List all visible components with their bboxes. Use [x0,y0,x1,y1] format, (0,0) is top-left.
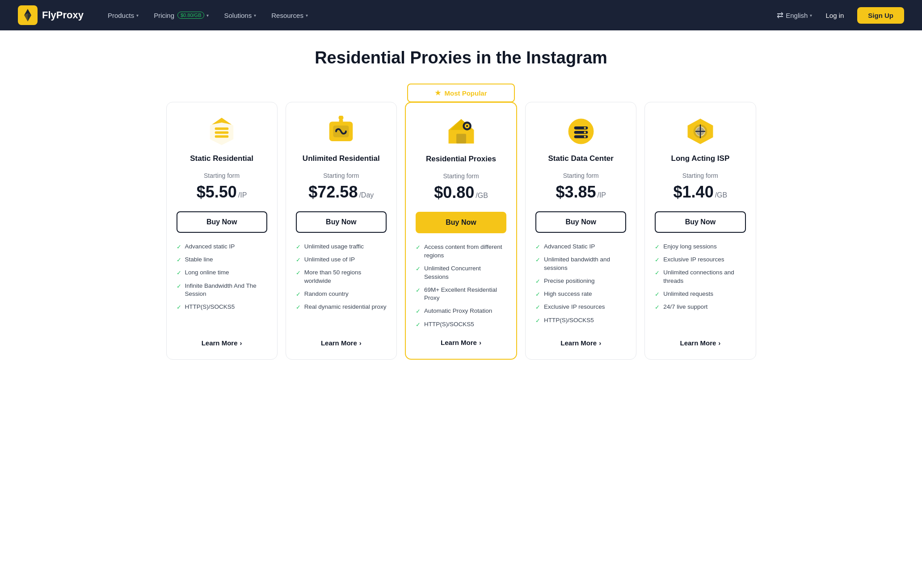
check-icon: ✓ [535,277,540,286]
chevron-right-icon: › [599,339,601,347]
price-row: $5.50 /IP [197,183,247,202]
check-icon: ✓ [416,286,421,294]
price-row: $72.58 /Day [308,183,374,202]
feature-item: ✓ Unlimited usage traffic [296,243,387,251]
buy-now-button[interactable]: Buy Now [535,211,626,233]
language-selector[interactable]: ⇄ English ▾ [777,10,812,20]
learn-more-link[interactable]: Learn More › [202,339,242,347]
price-unit: /GB [715,191,728,199]
learn-more-link[interactable]: Learn More › [560,339,601,347]
check-icon: ✓ [535,303,540,311]
feature-item: ✓ Enjoy long sessions [655,243,745,251]
starting-form-label: Starting form [204,172,240,179]
starting-form-label: Starting form [682,172,718,179]
check-icon: ✓ [535,290,540,298]
feature-item: ✓ Precise positioning [535,277,626,286]
svg-point-13 [466,125,467,127]
chevron-down-icon: ▾ [254,13,256,18]
card-residential-proxies: Residential Proxies Starting form $0.80 … [405,102,517,360]
price-unit: /Day [359,191,374,199]
card-icon-wrap [325,116,357,147]
feature-item: ✓ HTTP(S)/SOCKS5 [535,316,626,325]
feature-item: ✓ High success rate [535,290,626,298]
nav-resources[interactable]: Resources ▾ [265,8,314,23]
logo[interactable]: FlyProxy [18,5,84,25]
check-icon: ✓ [296,243,301,251]
price-row: $0.80 /GB [434,183,488,202]
card-name: Residential Proxies [426,155,496,164]
chevron-right-icon: › [240,339,242,347]
price-amount: $3.85 [556,183,596,202]
feature-item: ✓ Advanced Static IP [535,243,626,251]
card-static-data-center: Static Data Center Starting form $3.85 /… [525,102,636,360]
nav-pricing[interactable]: Pricing $0.80/GB ▾ [147,8,215,23]
flyproxy-logo-icon [18,5,38,25]
price-unit: /IP [597,191,606,199]
feature-item: ✓ Automatic Proxy Rotation [416,307,506,315]
feature-item: ✓ Unlimited Concurrent Sessions [416,265,506,281]
card-name: Long Acting ISP [671,154,730,163]
svg-rect-9 [339,120,343,122]
card-icon-wrap [206,116,237,147]
buy-now-button[interactable]: Buy Now [296,211,387,233]
chevron-right-icon: › [718,339,720,347]
price-unit: /GB [476,192,488,200]
pricing-badge: $0.80/GB [177,12,204,19]
chevron-right-icon: › [479,339,481,346]
feature-item: ✓ HTTP(S)/SOCKS5 [177,303,267,311]
signup-button[interactable]: Sign Up [857,7,904,24]
learn-more-link[interactable]: Learn More › [441,339,481,346]
login-button[interactable]: Log in [819,8,850,23]
nav-links: Products ▾ Pricing $0.80/GB ▾ Solutions … [101,8,777,23]
card-icon-wrap [565,116,597,147]
check-icon: ✓ [655,256,660,264]
check-icon: ✓ [416,244,421,252]
check-icon: ✓ [655,303,660,311]
buy-now-button[interactable]: Buy Now [177,211,267,233]
check-icon: ✓ [535,317,540,325]
check-icon: ✓ [296,269,301,277]
page-content: Residential Proxies in the Instagram ★ M… [148,30,774,386]
check-icon: ✓ [655,269,660,277]
feature-item: ✓ Unlimited requests [655,290,745,298]
learn-more-link[interactable]: Learn More › [680,339,720,347]
price-row: $1.40 /GB [674,183,728,202]
page-title: Residential Proxies in the Instagram [166,48,756,67]
card-name: Unlimited Residential [303,154,380,163]
card-name: Static Residential [190,154,253,163]
chevron-down-icon: ▾ [136,13,139,18]
buy-now-button[interactable]: Buy Now [655,211,745,233]
nav-products[interactable]: Products ▾ [101,8,145,23]
starting-form-label: Starting form [563,172,599,179]
price-row: $3.85 /IP [556,183,606,202]
feature-item: ✓ Long online time [177,269,267,277]
check-icon: ✓ [655,243,660,251]
nav-solutions[interactable]: Solutions ▾ [218,8,262,23]
feature-item: ✓ Access content from different regions [416,243,506,260]
feature-item: ✓ More than 50 regions worldwide [296,269,387,286]
most-popular-badge: ★ Most Popular [407,84,514,102]
features-list: ✓ Advanced Static IP ✓ Unlimited bandwid… [535,243,626,329]
svg-point-20 [584,136,585,138]
chevron-down-icon: ▾ [206,13,209,18]
feature-item: ✓ Unlimited connections and threads [655,269,745,286]
check-icon: ✓ [177,303,181,311]
check-icon: ✓ [296,303,301,311]
learn-more-link[interactable]: Learn More › [321,339,362,347]
card-unlimited-residential: Unlimited Residential Starting form $72.… [286,102,397,360]
feature-item: ✓ Random country [296,290,387,298]
feature-item: ✓ 69M+ Excellent Residential Proxy [416,286,506,303]
features-list: ✓ Advanced static IP ✓ Stable line ✓ Lon… [177,243,267,329]
chevron-right-icon: › [359,339,362,347]
most-popular-wrap: ★ Most Popular [166,84,756,102]
check-icon: ✓ [655,290,660,298]
feature-item: ✓ Advanced static IP [177,243,267,251]
check-icon: ✓ [416,265,421,273]
check-icon: ✓ [535,256,540,264]
buy-now-button[interactable]: Buy Now [416,212,506,233]
starting-form-label: Starting form [443,172,479,180]
svg-point-19 [584,131,585,133]
check-icon: ✓ [296,290,301,298]
check-icon: ✓ [177,269,181,277]
svg-rect-2 [215,127,229,130]
